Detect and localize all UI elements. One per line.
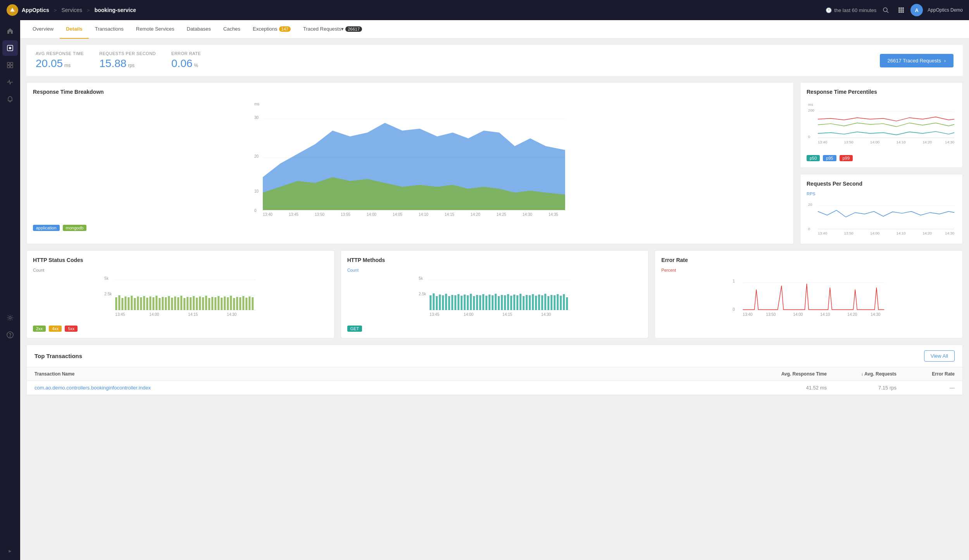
- svg-rect-74: [131, 296, 133, 310]
- user-avatar[interactable]: A: [910, 4, 923, 16]
- svg-rect-126: [439, 295, 441, 310]
- error-rate-value: 0.06: [171, 57, 193, 70]
- svg-rect-130: [451, 295, 453, 310]
- svg-rect-76: [137, 296, 139, 310]
- svg-rect-148: [507, 294, 509, 310]
- sidebar-item-pulse[interactable]: [2, 74, 18, 90]
- tab-exceptions[interactable]: Exceptions 147: [247, 20, 297, 39]
- svg-text:14:30: 14:30: [541, 312, 551, 317]
- rps-label: REQUESTS PER SECOND: [99, 51, 156, 56]
- svg-rect-91: [183, 298, 185, 310]
- sidebar-item-apm[interactable]: [2, 40, 18, 56]
- tab-overview[interactable]: Overview: [26, 20, 60, 39]
- svg-rect-154: [526, 295, 528, 310]
- tab-caches[interactable]: Caches: [217, 20, 247, 39]
- avg-response-value: 20.05: [36, 57, 63, 70]
- svg-text:13:45: 13:45: [289, 212, 298, 217]
- legend-5xx: 5xx: [65, 326, 78, 332]
- http-status-title: HTTP Status Codes: [33, 257, 328, 263]
- svg-text:0: 0: [808, 227, 810, 231]
- svg-rect-96: [199, 296, 201, 310]
- svg-text:14:10: 14:10: [897, 231, 906, 235]
- sidebar-expand[interactable]: ►: [5, 545, 16, 557]
- svg-text:14:00: 14:00: [793, 312, 803, 317]
- tab-traced-requests[interactable]: Traced Requests ▾ 26617: [297, 20, 368, 39]
- svg-rect-142: [488, 295, 490, 310]
- svg-rect-7: [900, 9, 902, 11]
- svg-text:2.5k: 2.5k: [104, 292, 112, 296]
- col-error-rate: Error Rate: [897, 371, 955, 377]
- time-range-label: the last 60 minutes: [834, 7, 876, 13]
- sidebar-item-home[interactable]: [2, 23, 18, 39]
- svg-rect-140: [482, 294, 484, 310]
- avg-response-stat: AVG RESPONSE TIME 20.05 ms: [36, 51, 84, 70]
- svg-rect-6: [898, 9, 900, 11]
- svg-text:13:50: 13:50: [844, 140, 853, 144]
- svg-rect-112: [248, 296, 250, 310]
- svg-rect-100: [211, 297, 213, 310]
- sidebar-item-settings[interactable]: [2, 310, 18, 326]
- tab-transactions[interactable]: Transactions: [89, 20, 130, 39]
- http-methods-y-label: Count: [347, 268, 642, 272]
- arrow-right-icon: ›: [944, 58, 946, 64]
- svg-text:5k: 5k: [104, 276, 109, 281]
- svg-text:14:35: 14:35: [548, 212, 558, 217]
- svg-text:14:20: 14:20: [471, 212, 480, 217]
- view-all-button[interactable]: View All: [924, 350, 955, 362]
- grid-button[interactable]: [895, 4, 907, 16]
- svg-rect-85: [165, 297, 167, 310]
- error-rate-title: Error Rate: [661, 257, 956, 263]
- tab-databases[interactable]: Databases: [181, 20, 217, 39]
- svg-rect-98: [205, 296, 207, 310]
- svg-text:13:40: 13:40: [818, 231, 827, 235]
- svg-text:13:40: 13:40: [818, 140, 827, 144]
- svg-rect-161: [547, 296, 549, 310]
- stats-row: AVG RESPONSE TIME 20.05 ms REQUESTS PER …: [26, 45, 963, 76]
- svg-rect-95: [196, 298, 198, 310]
- svg-rect-4: [900, 7, 902, 9]
- svg-rect-88: [174, 296, 176, 310]
- svg-text:14:15: 14:15: [188, 312, 198, 317]
- svg-text:14:15: 14:15: [502, 312, 512, 317]
- svg-rect-15: [10, 62, 13, 65]
- legend-get: GET: [347, 326, 362, 332]
- response-percentiles-chart: ms 200 0 13:40 13:50: [807, 100, 956, 150]
- transaction-name[interactable]: com.ao.demo.controllers.bookinginfocontr…: [34, 385, 749, 391]
- http-status-chart: 5k 2.5k: [33, 274, 328, 320]
- http-status-legend: 2xx 4xx 5xx: [33, 326, 328, 332]
- sidebar-item-help[interactable]: [2, 327, 18, 343]
- tab-remote-services[interactable]: Remote Services: [130, 20, 181, 39]
- tabbar: Overview Details Transactions Remote Ser…: [20, 20, 969, 39]
- svg-rect-129: [448, 296, 450, 310]
- search-button[interactable]: [879, 4, 892, 16]
- svg-rect-128: [445, 294, 447, 310]
- http-status-y-label: Count: [33, 268, 328, 272]
- http-methods-chart: 5k 2.5k: [347, 274, 642, 320]
- svg-rect-137: [473, 296, 475, 310]
- time-range[interactable]: 🕐 the last 60 minutes: [826, 7, 876, 13]
- svg-rect-105: [227, 297, 229, 310]
- table-title: Top Transactions: [34, 353, 82, 359]
- svg-rect-153: [522, 296, 524, 310]
- sidebar-item-alerts[interactable]: [2, 91, 18, 107]
- svg-point-20: [10, 336, 10, 337]
- svg-rect-99: [208, 298, 210, 310]
- svg-text:13:40: 13:40: [263, 212, 272, 217]
- breadcrumb-services[interactable]: Services: [61, 7, 82, 13]
- svg-rect-11: [902, 11, 904, 13]
- svg-rect-94: [193, 296, 195, 310]
- brand-name[interactable]: AppOptics: [22, 7, 49, 13]
- traced-requests-button[interactable]: 26617 Traced Requests ›: [880, 54, 953, 67]
- exceptions-badge: 147: [279, 26, 291, 32]
- sidebar-item-metrics[interactable]: [2, 57, 18, 73]
- svg-rect-71: [121, 298, 123, 310]
- svg-text:0: 0: [254, 208, 257, 213]
- tab-details[interactable]: Details: [60, 20, 89, 39]
- svg-text:13:45: 13:45: [115, 312, 125, 317]
- svg-rect-164: [557, 294, 559, 310]
- svg-text:13:55: 13:55: [341, 212, 350, 217]
- svg-rect-73: [128, 297, 129, 310]
- logo-icon: [6, 4, 19, 16]
- response-breakdown-chart: ms 30 20 10 0: [33, 100, 787, 220]
- svg-text:14:00: 14:00: [870, 231, 879, 235]
